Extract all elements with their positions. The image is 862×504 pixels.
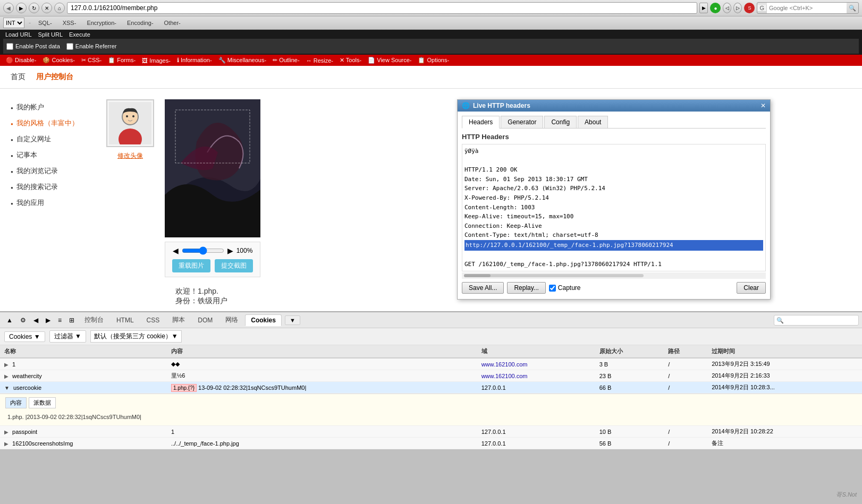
menu-item-browse[interactable]: 我的浏览记录 (11, 163, 85, 179)
save-all-button[interactable]: Save All... (462, 282, 504, 294)
encryption-button[interactable]: Encryption- (83, 18, 120, 28)
detail-tab-rawdata[interactable]: 派数据 (29, 397, 56, 408)
clear-button[interactable]: Clear (737, 282, 766, 294)
devtools-tab-css[interactable]: CSS (141, 314, 166, 326)
table-row[interactable]: ▶ weathercity 里½6 www.162100.com 23 B / … (0, 370, 862, 382)
nav-home-link[interactable]: 首页 (11, 72, 26, 82)
expand-btn-5[interactable]: ▶ (4, 441, 9, 447)
http-highlighted-url[interactable]: http://127.0.0.1/162100/_temp_/face-1.ph… (464, 240, 763, 251)
devtools-tab-script[interactable]: 脚本 (166, 313, 191, 327)
detail-tab-content[interactable]: 内容 (5, 397, 27, 408)
images-button[interactable]: 🖼 Images- (140, 57, 172, 64)
http-content-area[interactable]: ÿØÿà HTTP/1.1 200 OK Date: Sun, 01 Sep 2… (462, 144, 766, 271)
devtools-tab-network[interactable]: 网络 (219, 313, 244, 327)
devtools-tab-html[interactable]: HTML (111, 314, 140, 326)
menu-item-notepad[interactable]: 记事本 (11, 147, 85, 163)
devtools-dropdown-btn[interactable]: ▼ (285, 315, 300, 325)
fwd-history-button[interactable]: ▷ (733, 3, 742, 13)
http-tab-headers[interactable]: Headers (462, 116, 500, 129)
go-button[interactable]: ▶ (699, 3, 708, 13)
http-line-status: HTTP/1.1 200 OK (464, 166, 517, 173)
expand-btn-2[interactable]: ▶ (4, 373, 9, 379)
menu-item-account[interactable]: 我的帐户 (11, 99, 85, 115)
replay-button[interactable]: Replay... (507, 282, 545, 294)
options-button[interactable]: 📋 Options- (416, 56, 451, 64)
cookies-bar-btn[interactable]: Cookies ▼ (4, 331, 45, 342)
devtools-search-input[interactable] (774, 315, 859, 326)
table-row[interactable]: ▶ 162100screenshotsImg ../../_temp_/face… (0, 438, 862, 449)
view-source-button[interactable]: 📄 View Source- (366, 56, 413, 64)
other-button[interactable]: Other- (161, 18, 184, 28)
devtools-grid-btn[interactable]: ⊞ (66, 315, 78, 326)
zoom-left-arrow[interactable]: ◀ (173, 246, 179, 255)
disable-button[interactable]: 🔴 Disable- (4, 56, 38, 64)
expand-btn-4[interactable]: ▶ (4, 429, 9, 435)
devtools-menu-btn[interactable]: ≡ (55, 315, 65, 326)
http-scrollbar[interactable] (462, 272, 766, 279)
zoom-label: 100% (236, 247, 253, 254)
devtools-expand-btn[interactable]: ▲ (3, 315, 16, 326)
search-go-icon[interactable]: 🔍 (847, 5, 858, 12)
menu-item-search[interactable]: 我的搜索记录 (11, 179, 85, 195)
enable-referrer-checkbox[interactable] (66, 43, 73, 50)
outline-button[interactable]: ✏ Outline- (271, 56, 301, 64)
devtools-tab-cookies[interactable]: Cookies (245, 314, 282, 326)
devtools-icon-btn[interactable]: ⚙ (17, 315, 29, 326)
zoom-slider[interactable] (182, 246, 224, 255)
enable-post-checkbox[interactable] (6, 43, 13, 50)
execute-button[interactable]: Execute (67, 31, 92, 38)
css-button[interactable]: ✂ CSS- (80, 56, 103, 64)
table-row[interactable]: ▶ passpoint 1 127.0.0.1 10 B / 2014年9月2日… (0, 426, 862, 438)
devtools-fwd-btn[interactable]: ▶ (43, 315, 54, 326)
http-tab-config[interactable]: Config (544, 116, 577, 128)
home-button[interactable]: ⌂ (54, 3, 65, 13)
http-headers-label: HTTP Headers (462, 133, 766, 141)
address-bar[interactable] (67, 2, 697, 14)
miscellaneous-button[interactable]: 🔧 Miscellaneous- (217, 56, 268, 64)
table-row[interactable]: ▶ 1 ◆◆ www.162100.com 3 B / 2013年9月2日 3:… (0, 358, 862, 370)
reload-image-button[interactable]: 重载图片 (172, 259, 210, 272)
devtools-back-btn[interactable]: ◀ (30, 315, 41, 326)
default-bar-btn[interactable]: 默认（接受第三方 cookie）▼ (90, 330, 182, 343)
modify-avatar-link[interactable]: 修改头像 (117, 151, 143, 160)
forms-button[interactable]: 📋 Forms- (106, 56, 137, 64)
resize-button[interactable]: ↔ Resize- (305, 57, 335, 64)
http-panel-close-button[interactable]: ✕ (760, 102, 766, 109)
forward-button[interactable]: ▶ (16, 3, 27, 13)
search-input[interactable] (767, 3, 847, 13)
tools-button[interactable]: ✕ Tools- (338, 56, 363, 64)
table-row[interactable]: ▼ usercookie 1.php.{?} 13-09-02 02:28:32… (0, 382, 862, 394)
load-url-button[interactable]: Load URL (3, 31, 34, 38)
domain-link-1[interactable]: www.162100.com (481, 361, 528, 368)
expand-btn-1[interactable]: ▶ (4, 362, 9, 368)
cookie-expire-1: 2013年9月2日 3:15:49 (707, 358, 862, 370)
refresh-button[interactable]: ↻ (29, 3, 39, 13)
encoding-button[interactable]: Encoding- (124, 18, 157, 28)
back-button[interactable]: ◀ (3, 3, 14, 13)
cookies-webdev-button[interactable]: 🍪 Cookies- (41, 56, 76, 64)
split-url-button[interactable]: Split URL (36, 31, 65, 38)
menu-item-url[interactable]: 自定义网址 (11, 131, 85, 147)
zoom-right-arrow[interactable]: ▶ (227, 246, 233, 255)
submit-screenshot-button[interactable]: 提交截图 (215, 259, 253, 272)
http-tab-generator[interactable]: Generator (501, 116, 543, 128)
http-tab-about[interactable]: About (578, 116, 608, 128)
devtools-tab-dom[interactable]: DOM (192, 314, 218, 326)
cookie-name-5: ▶ 162100screenshotsImg (0, 438, 167, 449)
enable-post-text: Enable Post data (15, 43, 60, 49)
sql-button[interactable]: SQL- (35, 18, 55, 28)
capture-checkbox[interactable] (549, 285, 556, 292)
devtools-tab-console[interactable]: 控制台 (79, 313, 109, 327)
menu-item-apps[interactable]: 我的应用 (11, 195, 85, 211)
information-button[interactable]: ℹ Information- (175, 56, 214, 64)
domain-link-2[interactable]: www.162100.com (481, 373, 528, 379)
xss-button[interactable]: XSS- (60, 18, 80, 28)
int-select[interactable]: INT (3, 18, 24, 28)
nav-user-link[interactable]: 用户控制台 (36, 72, 73, 82)
stop-button[interactable]: ✕ (41, 3, 52, 13)
action-buttons: 重载图片 提交截图 (172, 259, 253, 272)
filter-bar-btn[interactable]: 过滤器 ▼ (49, 330, 86, 343)
expand-btn-3[interactable]: ▼ (4, 385, 10, 391)
menu-item-style[interactable]: 我的风格（丰富中） (11, 115, 85, 131)
history-button[interactable]: ◁ (723, 3, 731, 13)
